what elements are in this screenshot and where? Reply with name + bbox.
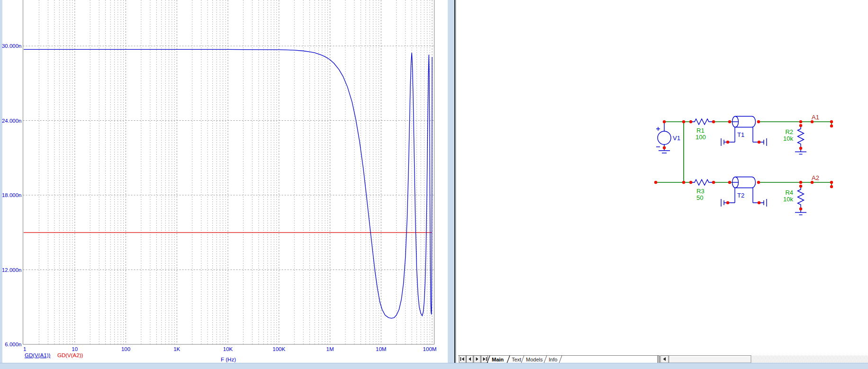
source-circle[interactable]	[658, 131, 671, 144]
y-tick-label: 12.000n	[2, 267, 22, 273]
y-tick-label: 30.000n	[2, 43, 22, 49]
value-r1[interactable]: 100	[696, 134, 706, 141]
value-r2[interactable]: 10k	[783, 135, 793, 142]
x-tick-label: 10M	[376, 346, 386, 352]
tab-info[interactable]: Info	[549, 357, 557, 362]
tab-main[interactable]: Main	[492, 357, 504, 362]
scroll-left-button[interactable]	[660, 356, 669, 363]
resistor-r1[interactable]	[691, 119, 714, 125]
last-bar-icon	[486, 357, 487, 361]
status-strip	[0, 363, 868, 369]
label-t1[interactable]: T1	[737, 131, 744, 138]
label-r4[interactable]: R4	[785, 189, 793, 196]
x-tick-label: 1	[23, 346, 26, 352]
tab-nav-buttons	[459, 356, 488, 363]
wire-top[interactable]	[664, 122, 832, 126]
label-t2[interactable]: T2	[737, 192, 744, 199]
resistor-r4[interactable]	[795, 186, 806, 215]
major-gridlines	[23, 0, 434, 344]
node-label-a2[interactable]: A2	[812, 174, 819, 181]
curve-gd-v-a1-[interactable]	[24, 49, 432, 318]
label-v1[interactable]: V1	[673, 135, 680, 142]
scrollbar-thumb[interactable]	[669, 356, 751, 363]
x-tick-label: 100M	[423, 346, 437, 352]
sheet-tabs: Main Text Models Info	[487, 356, 562, 363]
window-border	[454, 0, 455, 363]
schematic-canvas[interactable]: V1 R1 100 T1 R2 10k A1 R3 50 T2	[457, 0, 868, 354]
y-tick-label: 18.000n	[2, 192, 22, 198]
legend-gd-v-a1[interactable]: GD(V(A1))	[25, 352, 50, 358]
h-scrollbar	[660, 356, 868, 363]
plot-frame	[23, 0, 434, 344]
x-tick-label: 1M	[326, 346, 334, 352]
x-tick-label: 100K	[272, 346, 285, 352]
y-tick-label: 24.000n	[2, 118, 22, 124]
tab-models[interactable]: Models	[526, 357, 543, 362]
x-tick-label: 10	[72, 346, 78, 352]
label-r1[interactable]: R1	[696, 127, 705, 134]
scrollbar-track[interactable]	[751, 356, 868, 363]
ground-symbol	[659, 151, 670, 153]
x-axis-title: F (Hz)	[221, 357, 236, 362]
tab-text[interactable]: Text	[512, 357, 521, 362]
plus-sign	[656, 127, 660, 131]
tab-scroll-last-button[interactable]	[481, 356, 488, 363]
resistor-r3[interactable]	[691, 180, 714, 185]
x-tick-label: 10K	[223, 346, 233, 352]
legend-gd-v-a2[interactable]: GD(V(A2))	[57, 352, 83, 358]
label-r2[interactable]: R2	[785, 128, 793, 135]
wire-bottom[interactable]	[656, 182, 832, 187]
resistor-r2[interactable]	[795, 126, 806, 154]
tab-splitter-handle[interactable]	[658, 356, 660, 363]
tab-scroll-prev-button[interactable]	[467, 356, 473, 363]
x-tick-label: 1K	[173, 346, 180, 352]
first-bar-icon	[461, 357, 461, 361]
value-r4[interactable]: 10k	[783, 196, 793, 203]
value-r3[interactable]: 50	[696, 194, 703, 201]
label-r3[interactable]: R3	[696, 188, 705, 195]
x-tick-label: 100	[121, 346, 130, 352]
tab-scroll-next-button[interactable]	[474, 356, 480, 363]
minor-gridlines	[39, 0, 430, 344]
tab-scroll-first-button[interactable]	[459, 356, 466, 363]
y-tick-label: 6.000n	[5, 342, 21, 347]
group-delay-chart[interactable]: 30.000n24.000n18.000n12.000n6.000n110100…	[0, 0, 448, 362]
node-label-a1[interactable]: A1	[812, 114, 819, 121]
